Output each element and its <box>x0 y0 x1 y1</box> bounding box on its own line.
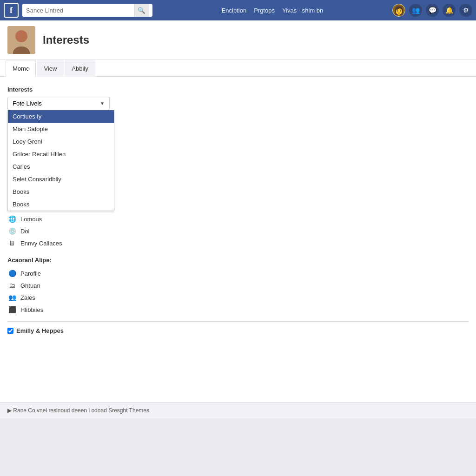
logo-letter: f <box>10 6 13 15</box>
list-item[interactable]: 🔵 Parofile <box>7 267 469 279</box>
friends-icon: 👥 <box>412 7 420 14</box>
navbar-right: 👩 👥 💬 🔔 ⚙ <box>392 4 472 17</box>
friends-icon-btn[interactable]: 👥 <box>409 4 422 17</box>
user-avatar[interactable]: 👩 <box>392 4 405 17</box>
notifications-icon: 🔔 <box>445 7 453 14</box>
tabs-bar: Momc View Abbily <box>0 60 476 77</box>
dol-icon: 💿 <box>7 226 17 236</box>
search-bar[interactable]: 🔍 <box>22 4 152 17</box>
dropdown-option-5[interactable]: Selet Consaridblly <box>8 173 114 185</box>
section-divider <box>7 321 469 322</box>
zales-icon: 👥 <box>7 293 17 302</box>
navbar-center: Enciption Prgtops Yivas - shim bn <box>156 7 389 14</box>
ennvy-icon: 🖥 <box>7 238 17 248</box>
list-item[interactable]: 🗂 Ghtuan <box>7 279 469 291</box>
dropdown-option-6[interactable]: Books <box>8 185 114 198</box>
dol-label: Dol <box>20 228 30 235</box>
nav-link-enciption[interactable]: Enciption <box>222 7 246 14</box>
lomous-label: Lomous <box>20 216 42 223</box>
dropdown-option-2[interactable]: Looy Grenl <box>8 135 114 148</box>
list-item[interactable]: 🖥 Ennvy Callaces <box>7 237 469 249</box>
list-item[interactable]: 🌐 Lomous <box>7 213 469 225</box>
interests-dropdown-container: Fote Liveis ▼ Cortlues Iy Mian Safople L… <box>7 97 110 110</box>
dropdown-value: Fote Liveis <box>13 100 42 107</box>
page-title: Interests <box>43 33 89 46</box>
checkbox-row[interactable]: Emilly & Heppes <box>7 327 469 334</box>
nav-link-prgtops[interactable]: Prgtops <box>254 7 275 14</box>
list-item[interactable]: 💿 Dol <box>7 225 469 237</box>
settings-icon-btn[interactable]: ⚙ <box>459 4 472 17</box>
profile-pic-svg <box>7 26 35 54</box>
page-header: Interests <box>0 20 476 60</box>
parofile-label: Parofile <box>20 270 41 277</box>
dropdown-menu: Cortlues Iy Mian Safople Looy Grenl Gril… <box>7 110 114 211</box>
hlibbiies-label: Hlibbiies <box>20 306 43 313</box>
ennvy-label: Ennvy Callaces <box>20 240 62 247</box>
messages-icon-btn[interactable]: 💬 <box>426 4 439 17</box>
page-footer: ▶ Rane Co vnel resinoud deeen l odoad Sr… <box>0 402 476 418</box>
additional-apps-list: 🔵 Parofile 🗂 Ghtuan 👥 Zales ⬛ Hlibbiies <box>7 267 469 316</box>
svg-point-1 <box>15 30 27 42</box>
main-content: Interests Fote Liveis ▼ Cortlues Iy Mian… <box>0 77 476 402</box>
tab-momc[interactable]: Momc <box>6 60 36 77</box>
search-icon: 🔍 <box>138 7 145 14</box>
list-item[interactable]: 👥 Zales <box>7 291 469 304</box>
parofile-icon: 🔵 <box>7 269 17 278</box>
dropdown-option-4[interactable]: Carles <box>8 160 114 173</box>
avatar-img: 👩 <box>394 5 404 15</box>
interests-dropdown[interactable]: Fote Liveis ▼ <box>7 97 110 110</box>
emilly-checkbox[interactable] <box>7 328 13 334</box>
notifications-icon-btn[interactable]: 🔔 <box>443 4 456 17</box>
zales-label: Zales <box>20 294 35 301</box>
dropdown-option-3[interactable]: Grilcer Recail Hlilen <box>8 148 114 160</box>
dropdown-arrow-icon: ▼ <box>100 101 105 106</box>
messages-icon: 💬 <box>429 7 436 14</box>
ghtuan-icon: 🗂 <box>7 281 17 290</box>
lomous-icon: 🌐 <box>7 214 17 224</box>
list-item[interactable]: ⬛ Hlibbiies <box>7 304 469 316</box>
interests-label: Interests <box>7 86 469 93</box>
hlibbiies-icon: ⬛ <box>7 305 17 314</box>
nav-link-user[interactable]: Yivas - shim bn <box>282 7 323 14</box>
search-button[interactable]: 🔍 <box>134 4 149 17</box>
ghtuan-label: Ghtuan <box>20 282 40 289</box>
dropdown-option-7[interactable]: Books <box>8 198 114 211</box>
profile-picture <box>7 26 35 54</box>
dropdown-option-0[interactable]: Cortlues Iy <box>8 110 114 123</box>
facebook-logo[interactable]: f <box>4 3 19 18</box>
additional-apps-title: Acaoranl Alipe: <box>7 257 469 264</box>
footer-text: ▶ Rane Co vnel resinoud deeen l odoad Sr… <box>7 407 149 414</box>
emilly-label: Emilly & Heppes <box>16 327 64 334</box>
dropdown-option-1[interactable]: Mian Safople <box>8 123 114 135</box>
navbar: f 🔍 Enciption Prgtops Yivas - shim bn 👩 … <box>0 0 476 20</box>
settings-icon: ⚙ <box>463 7 469 14</box>
tab-view[interactable]: View <box>37 60 64 77</box>
search-input[interactable] <box>22 4 134 17</box>
tab-abbily[interactable]: Abbily <box>65 60 95 77</box>
